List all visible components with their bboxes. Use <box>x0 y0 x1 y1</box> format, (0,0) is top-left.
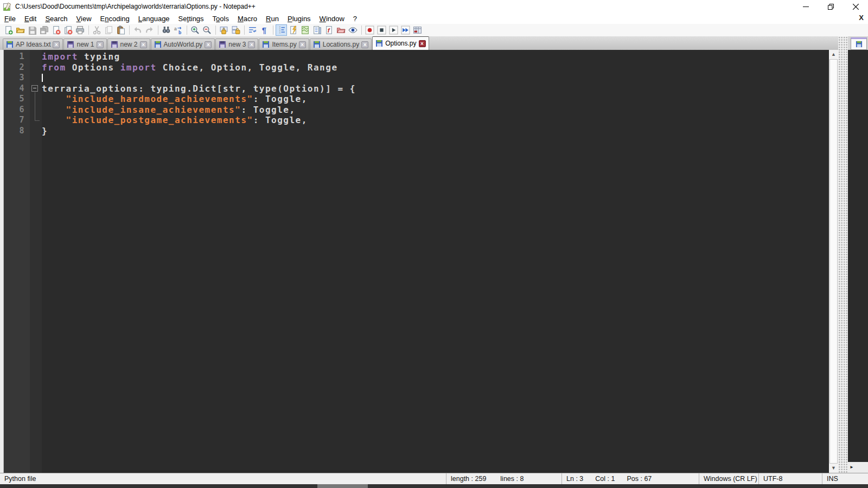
vertical-scrollbar[interactable]: ▲ ▼ <box>829 50 838 473</box>
status-insert-mode[interactable]: INS <box>822 473 868 484</box>
code-line[interactable]: 8} <box>4 126 829 137</box>
second-view-scroll-corner[interactable]: ► <box>848 462 868 473</box>
notepadpp-app-icon <box>3 2 12 11</box>
cut-button[interactable] <box>91 24 103 36</box>
restore-button[interactable] <box>818 0 843 13</box>
pane-splitter[interactable] <box>838 36 848 473</box>
line-number: 8 <box>4 126 30 137</box>
second-view-partial-tab[interactable] <box>851 37 867 50</box>
tab-close-icon[interactable]: × <box>205 41 212 48</box>
window-controls <box>793 0 868 13</box>
code-line[interactable]: 3 <box>4 73 829 84</box>
code-text: "include_postgame_achievements": Toggle, <box>42 115 308 126</box>
text-caret <box>42 74 43 82</box>
tab-new-2[interactable]: new 2× <box>107 38 150 50</box>
code-line[interactable]: 7 "include_postgame_achievements": Toggl… <box>4 115 829 126</box>
code-editor[interactable]: 1import typing2from Options import Choic… <box>4 50 829 473</box>
tab-close-icon[interactable]: × <box>248 41 255 48</box>
menu-item-tools[interactable]: Tools <box>208 14 233 23</box>
copy-button[interactable] <box>103 24 114 36</box>
status-eol-format[interactable]: Windows (CR LF) <box>699 473 758 484</box>
tab-locations-py[interactable]: Locations.py× <box>310 38 372 50</box>
macro-save-button[interactable] <box>412 24 423 36</box>
menu-item-help[interactable]: ? <box>349 14 361 23</box>
taskbar-active-app-indicator[interactable] <box>317 484 368 488</box>
open-file-button[interactable] <box>15 24 26 36</box>
function-list-button[interactable]: f <box>323 24 335 36</box>
show-all-characters-icon: ¶ <box>260 25 269 35</box>
save-file-button[interactable] <box>27 24 38 36</box>
undo-button[interactable] <box>132 24 143 36</box>
menu-item-file[interactable]: File <box>0 14 20 23</box>
menubar-close-doc-icon[interactable]: X <box>859 14 864 22</box>
paste-button[interactable] <box>115 24 126 36</box>
menu-item-edit[interactable]: Edit <box>20 14 41 23</box>
menu-item-run[interactable]: Run <box>261 14 283 23</box>
saved-file-icon <box>313 41 321 48</box>
tab-options-py[interactable]: Options.py× <box>372 36 429 50</box>
scroll-up-icon[interactable]: ▲ <box>829 50 838 59</box>
replace-button[interactable]: ab <box>173 24 184 36</box>
minimize-button[interactable] <box>793 0 818 13</box>
tab-close-icon[interactable]: × <box>361 41 368 48</box>
zoom-out-button[interactable] <box>201 24 213 36</box>
tab-close-icon[interactable]: × <box>140 41 147 48</box>
close-file-button[interactable] <box>50 24 62 36</box>
paste-icon <box>116 25 125 35</box>
tab-close-icon[interactable]: × <box>97 41 104 48</box>
tab-autoworld-py[interactable]: AutoWorld.py× <box>151 38 215 50</box>
macro-stop-button[interactable] <box>376 24 387 36</box>
monitoring-icon <box>348 25 358 35</box>
scroll-down-icon[interactable]: ▼ <box>829 464 838 473</box>
code-line[interactable]: 4terraria_options: typing.Dict[str, type… <box>4 84 829 94</box>
macro-run-multiple-button[interactable] <box>400 24 411 36</box>
toolbar-separator <box>215 25 216 35</box>
code-line[interactable]: 1import typing <box>4 52 829 62</box>
document-list-button[interactable] <box>311 24 323 36</box>
macro-record-button[interactable] <box>364 24 375 36</box>
close-button[interactable] <box>843 0 868 13</box>
show-indent-guide-button[interactable] <box>276 24 287 36</box>
menu-item-language[interactable]: Language <box>134 14 174 23</box>
word-wrap-button[interactable] <box>247 24 258 36</box>
tab-new-1[interactable]: new 1× <box>63 38 106 50</box>
fold-margin <box>30 84 42 94</box>
sync-vertical-button[interactable] <box>218 24 229 36</box>
tab-new-3[interactable]: new 3× <box>215 38 258 50</box>
modified-file-icon <box>219 41 226 48</box>
redo-button[interactable] <box>144 24 155 36</box>
code-line[interactable]: 6 "include_insane_achievements": Toggle, <box>4 105 829 115</box>
zoom-in-button[interactable] <box>189 24 201 36</box>
code-line[interactable]: 5 "include_hardmode_achievements": Toggl… <box>4 94 829 105</box>
folder-as-workspace-button[interactable] <box>335 24 347 36</box>
menu-item-settings[interactable]: Settings <box>174 14 208 23</box>
tab-close-icon[interactable]: × <box>299 41 306 48</box>
monitoring-button[interactable] <box>347 24 359 36</box>
new-file-button[interactable] <box>3 24 14 36</box>
vertical-scrollbar-thumb[interactable] <box>829 59 838 464</box>
document-map-button[interactable] <box>299 24 311 36</box>
save-all-button[interactable] <box>39 24 50 36</box>
menu-item-macro[interactable]: Macro <box>233 14 261 23</box>
menu-item-plugins[interactable]: Plugins <box>283 14 315 23</box>
macro-play-button[interactable] <box>388 24 399 36</box>
tab-ap-ideas-txt[interactable]: AP Ideas.txt× <box>3 38 63 50</box>
tab-close-icon[interactable]: × <box>53 41 60 48</box>
close-all-button[interactable] <box>62 24 74 36</box>
code-line[interactable]: 2from Options import Choice, Option, Tog… <box>4 62 829 73</box>
menu-item-encoding[interactable]: Encoding <box>96 14 134 23</box>
sync-horizontal-button[interactable] <box>230 24 241 36</box>
print-button[interactable] <box>74 24 86 36</box>
menu-item-window[interactable]: Window <box>315 14 349 23</box>
toolbar-separator <box>88 25 89 35</box>
tab-items-py[interactable]: Items.py× <box>259 38 309 50</box>
tab-close-icon[interactable]: × <box>419 40 426 47</box>
save-all-icon <box>40 25 49 35</box>
menu-item-search[interactable]: Search <box>41 14 72 23</box>
function-completion-button[interactable] <box>288 24 299 36</box>
show-all-characters-button[interactable]: ¶ <box>259 24 270 36</box>
find-button[interactable] <box>161 24 172 36</box>
fold-collapse-icon[interactable] <box>31 85 38 92</box>
menu-item-view[interactable]: View <box>72 14 96 23</box>
status-encoding[interactable]: UTF-8 <box>758 473 822 484</box>
